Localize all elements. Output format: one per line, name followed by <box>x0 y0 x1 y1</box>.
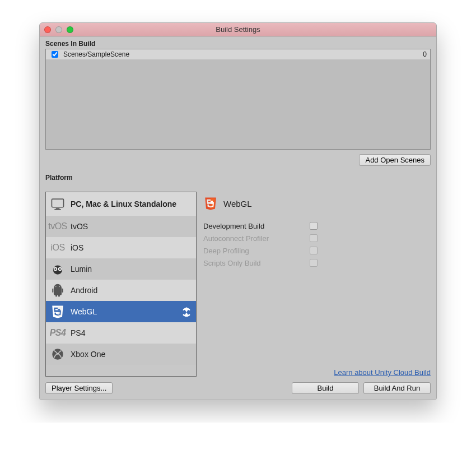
platform-item-label: iOS <box>71 243 192 252</box>
build-option-row: Deep Profiling <box>203 244 431 257</box>
platform-label: Platform <box>45 174 431 182</box>
build-options: Development BuildAutoconnect ProfilerDee… <box>203 220 431 269</box>
footer: Player Settings... Build Build And Run <box>45 382 431 394</box>
window-title: Build Settings <box>40 25 436 34</box>
build-option-checkbox[interactable] <box>310 222 318 230</box>
close-icon[interactable] <box>44 26 51 33</box>
build-option-row: Autoconnect Profiler <box>203 232 431 244</box>
svg-rect-2 <box>54 209 60 210</box>
platform-item-label: tvOS <box>71 222 192 231</box>
build-option-row[interactable]: Development Build <box>203 220 431 232</box>
build-option-label: Deep Profiling <box>203 247 310 255</box>
learn-cloud-build-link[interactable]: Learn about Unity Cloud Build <box>334 368 431 377</box>
svg-point-6 <box>54 268 56 270</box>
svg-rect-10 <box>52 289 53 293</box>
svg-point-7 <box>59 268 60 270</box>
ps4-logo-icon: PS4 <box>50 326 65 340</box>
platform-item-label: Android <box>71 286 192 295</box>
platform-item-xboxone[interactable]: Xbox One <box>46 344 196 365</box>
add-open-scenes-button[interactable]: Add Open Scenes <box>359 154 431 166</box>
platform-list[interactable]: PC, Mac & Linux StandalonetvOStvOSiOSiOS… <box>45 192 197 377</box>
scene-checkbox[interactable] <box>52 51 58 58</box>
window-body: Scenes In Build Scenes/SampleScene0 Add … <box>40 36 436 400</box>
scenes-label: Scenes In Build <box>45 40 431 48</box>
scene-index: 0 <box>423 50 427 58</box>
svg-rect-0 <box>52 199 63 207</box>
minimize-icon[interactable] <box>55 26 62 33</box>
platform-item-ps4[interactable]: PS4PS4 <box>46 322 196 344</box>
platform-item-label: WebGL <box>71 307 176 316</box>
platform-item-tvos[interactable]: tvOStvOS <box>46 216 196 237</box>
platform-item-webgl[interactable]: WebGL <box>46 301 196 322</box>
platform-detail: WebGL Development BuildAutoconnect Profi… <box>203 192 431 377</box>
build-option-checkbox <box>310 234 318 242</box>
build-option-label: Scripts Only Build <box>203 259 310 267</box>
zoom-icon[interactable] <box>67 26 73 33</box>
build-option-row: Scripts Only Build <box>203 257 431 269</box>
build-option-label: Autoconnect Profiler <box>203 234 310 243</box>
platform-item-label: PS4 <box>71 328 192 337</box>
platform-item-label: Lumin <box>71 265 192 273</box>
build-button[interactable]: Build <box>292 382 359 394</box>
html5-icon <box>50 304 65 319</box>
build-option-checkbox <box>310 247 318 254</box>
build-option-label: Development Build <box>203 222 310 230</box>
platform-item-ios[interactable]: iOSiOS <box>46 237 196 258</box>
platform-item-label: Xbox One <box>71 350 192 359</box>
platform-item-standalone[interactable]: PC, Mac & Linux Standalone <box>46 192 196 216</box>
android-icon <box>50 283 65 298</box>
lumin-icon <box>50 262 65 276</box>
scene-row[interactable]: Scenes/SampleScene0 <box>46 49 430 59</box>
ios-logo-icon: iOS <box>50 240 65 255</box>
unity-current-platform-icon <box>181 307 192 317</box>
tvos-logo-icon: tvOS <box>50 219 65 234</box>
svg-point-9 <box>59 286 60 288</box>
xbox-icon <box>50 347 65 361</box>
platform-detail-title: WebGL <box>223 199 431 208</box>
build-option-checkbox <box>310 259 318 267</box>
titlebar: Build Settings <box>40 23 436 36</box>
html5-icon <box>203 196 218 211</box>
svg-point-8 <box>55 286 57 288</box>
scenes-list[interactable]: Scenes/SampleScene0 <box>45 49 431 150</box>
build-settings-window: Build Settings Scenes In Build Scenes/Sa… <box>39 22 437 400</box>
svg-rect-11 <box>62 289 63 293</box>
build-and-run-button[interactable]: Build And Run <box>363 382 431 394</box>
window-controls <box>44 26 73 33</box>
player-settings-button[interactable]: Player Settings... <box>45 382 113 394</box>
scene-name: Scenes/SampleScene <box>63 50 419 58</box>
platform-item-android[interactable]: Android <box>46 280 196 301</box>
platform-item-lumin[interactable]: Lumin <box>46 258 196 280</box>
platform-item-label: PC, Mac & Linux Standalone <box>71 200 192 208</box>
monitor-icon <box>50 197 65 211</box>
svg-rect-1 <box>56 208 60 209</box>
